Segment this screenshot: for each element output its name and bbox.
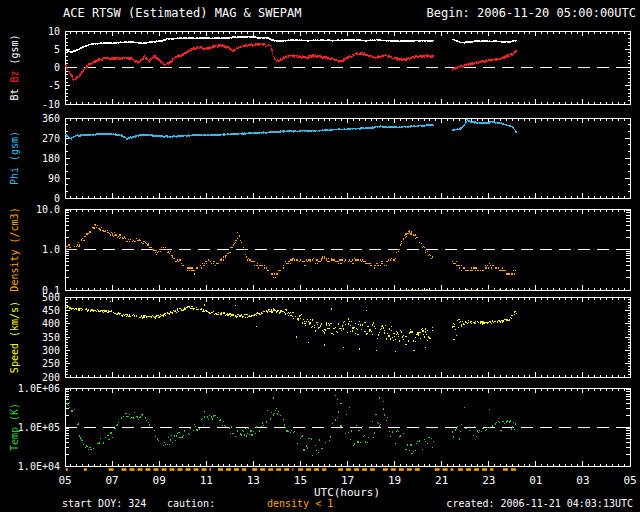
y-tick-label: 270 [42,133,60,144]
start-doy-label: start DOY: 324 [62,498,146,509]
y-tick-label: 1.0E+06 [18,383,60,394]
x-tick-label: 13 [247,474,260,487]
panel-speed: 500450400350300250200Speed (km/s) [9,292,630,383]
ace-rtsw-plot: ACE RTSW (Estimated) MAG & SWEPAM Begin:… [0,0,640,512]
caution-value-label: density < 1 [267,498,333,509]
x-tick-label: 05 [623,474,636,487]
series-temp [67,395,516,455]
y-tick-label: 5 [54,44,60,55]
y-tick-label: 250 [42,358,60,369]
y-tick-label: 350 [42,332,60,343]
y-axis-title: Temp (K) [9,403,20,451]
x-tick-label: 15 [294,474,307,487]
x-tick-label: 05 [58,474,71,487]
y-tick-label: 10.0 [36,204,60,215]
series-density [66,224,516,289]
y-tick-label: 10 [48,26,60,37]
x-tick-label: 09 [153,474,166,487]
panel-density: 10.01.00.1Density (/cm3) [9,204,630,296]
chart-canvas: 1050-5-10Bt Bz (gsm)360270180900Phi (gsm… [0,0,640,512]
y-tick-label: 400 [42,318,60,329]
series-speed [65,302,517,352]
y-tick-label: 450 [42,305,60,316]
y-axis-title: Speed (km/s) [9,301,20,373]
y-tick-label: 1.0 [42,244,60,255]
x-tick-label: 23 [482,474,495,487]
x-tick-label: 07 [105,474,118,487]
y-tick-label: 1.0E+04 [18,461,60,472]
y-tick-label: 200 [42,372,60,383]
x-tick-label: 11 [200,474,213,487]
y-tick-label: 360 [42,113,60,124]
panel-phi: 360270180900Phi (gsm) [9,113,630,204]
y-axis-title: Bt Bz (gsm) [9,34,20,100]
y-tick-label: 1.0E+05 [18,422,60,433]
y-axis-title: Phi (gsm) [9,131,20,185]
series-bz [65,43,517,80]
panel-frame [65,297,630,377]
series-phi [65,120,517,140]
y-axis-title: Density (/cm3) [9,207,20,291]
x-tick-label: 19 [388,474,401,487]
x-tick-label: 21 [435,474,448,487]
y-tick-label: 0 [54,62,60,73]
y-tick-label: 90 [48,173,60,184]
y-tick-label: -10 [42,99,60,110]
y-tick-label: -5 [48,80,60,91]
y-tick-label: 300 [42,345,60,356]
panel-temp: 1.0E+061.0E+051.0E+04Temp (K) [9,383,630,472]
y-tick-label: 500 [42,292,60,303]
y-tick-label: 0 [54,193,60,204]
x-tick-label: 03 [576,474,589,487]
series-bt [65,37,517,53]
created-timestamp: created: 2006-11-21 04:03:13UTC [446,498,633,509]
caution-label: caution: [167,498,215,509]
panel-bt-bz: 1050-5-10Bt Bz (gsm) [9,26,630,110]
y-tick-label: 180 [42,153,60,164]
axis-ticks [65,297,630,377]
x-tick-label: 01 [529,474,542,487]
